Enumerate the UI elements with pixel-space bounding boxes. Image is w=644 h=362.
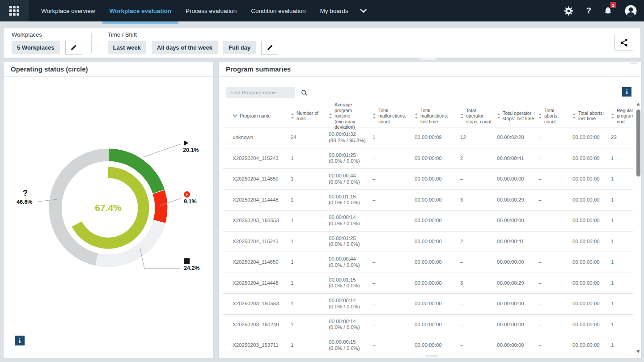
table-cell: 1 [291,315,329,335]
nav-item-workplace-overview[interactable]: Workplace overview [34,0,102,21]
nav-item-workplace-evaluation[interactable]: Workplace evaluation [102,0,179,21]
table-cell: 00.00:00:29 [497,273,538,294]
table-cell: – [460,210,497,231]
column-label: Total aborts: lost time [578,110,607,122]
scrollbar-thumb[interactable] [636,109,640,177]
table-cell: 1 [611,210,633,231]
account-button[interactable] [625,5,637,17]
nav-more-button[interactable] [356,9,371,13]
table-cell: 1 [291,273,329,294]
scroll-down-arrow[interactable] [636,350,640,353]
search-input[interactable] [226,90,301,95]
table-cell: 00.00:00:00 [415,315,460,335]
column-header-6[interactable]: Total operator stops: lost time [497,102,538,130]
table-cell: – [460,315,497,335]
table-cell: – [538,190,572,210]
table-cell: 00.00:00:00 [497,210,538,231]
sort-active-icon [233,114,237,118]
table-cell: – [538,210,572,231]
table-cell: 00.00:00:00 [572,335,611,355]
nav-item-process-evaluation[interactable]: Process evaluation [178,0,244,21]
gear-icon [564,6,574,16]
table-cell: 00.00:00:41 [497,232,538,252]
table-cell: X20250203_153711 [233,335,291,355]
table-cell: 00.00:01:25 (0.0% / 0.0%) [329,232,373,252]
table-row[interactable]: X20250204_114850100.00:00:44 (0.0% / 0.0… [223,169,633,190]
panel-resize-handle[interactable] [419,58,436,60]
table-row[interactable]: X20250204_115243100.00:01:25 (0.0% / 0.0… [223,148,633,169]
nav-item-my-boards[interactable]: My boards [313,0,356,21]
table-cell: 00.00:00:00 [572,210,611,231]
scroll-up-arrow[interactable] [636,103,640,105]
edit-workplaces-button[interactable] [65,41,82,55]
table-cell: 00.00:00:00 [415,169,460,189]
table-cell: unknown [233,127,291,148]
table-cell: 00.00:00:14 (0.0% / 0.0%) [329,210,373,231]
pencil-icon [70,44,77,51]
table-cell: – [373,210,415,231]
vertical-scrollbar[interactable] [636,103,640,353]
table-header-row: Program nameNumber of runsAverage progra… [223,102,633,127]
table-row[interactable]: X20250204_114850100.00:00:44 (0.0% / 0.0… [223,252,633,273]
sort-icon [373,113,376,119]
table-cell: 1 [611,252,633,273]
donut-segment-malfunction [153,190,168,223]
play-icon [183,140,189,146]
notifications-button[interactable]: 2 [603,6,613,16]
table-row[interactable]: X20250203_153711100.00:00:15 (0.0% / 0.0… [223,335,633,355]
table-cell: 1 [611,315,633,335]
table-row[interactable]: X20250203_160553100.00:00:14 (0.0% / 0.0… [223,294,633,315]
table-cell: – [373,315,415,335]
column-header-1[interactable]: Number of runs [291,102,329,130]
sort-icon [497,113,500,119]
table-cell: 00.00:00:44 (0.0% / 0.0%) [329,169,373,189]
column-header-8[interactable]: Total aborts: lost time [572,102,611,130]
column-label: Total operator stops: count [466,108,493,125]
table-cell: 1 [291,190,329,210]
sort-icon [460,113,464,119]
settings-button[interactable] [564,6,574,16]
table-row[interactable]: X20250203_160240100.00:00:14 (0.0% / 0.0… [223,315,633,336]
table-cell: 1 [291,210,329,231]
callout-malfunction: 9.1% [184,191,197,205]
column-header-9[interactable]: Regular program end [611,102,633,130]
nav-right-icons: ? 2 [564,5,644,17]
table-row[interactable]: X20250204_115243100.00:01:25 (0.0% / 0.0… [223,232,633,253]
column-label: Average program runtime (min./max. devia… [335,102,369,130]
sort-icon [611,113,614,119]
callout-value: 46.6% [17,199,32,205]
table-cell: 12 [460,127,497,148]
column-header-5[interactable]: Total operator stops: count [460,102,497,130]
horizontal-scrollbar-thumb[interactable] [425,355,438,357]
table-row[interactable]: X20250203_160553100.00:00:14 (0.0% / 0.0… [223,210,633,232]
info-button[interactable]: i [622,87,631,97]
column-header-3[interactable]: Total malfunctions: count [373,102,415,130]
panel-title: Program summaries [226,65,291,73]
app-grid-button[interactable] [0,0,29,21]
nav-item-condition-evaluation[interactable]: Condition evaluation [244,0,313,21]
panel-drag-handle[interactable] [631,63,637,64]
table-row[interactable]: X20250204_114448100.00:01:15 (0.0% / 0.0… [223,273,633,294]
share-button[interactable] [614,35,633,51]
help-button[interactable]: ? [586,6,591,16]
top-nav: Workplace overviewWorkplace evaluationPr… [0,0,644,21]
table-cell: X20250204_114448 [233,190,291,210]
time-chip-full-day: Full day [223,41,256,54]
table-cell: X20250204_115243 [233,232,291,252]
table-cell: 1 [611,294,633,314]
column-label: Number of runs [297,110,325,122]
column-header-2[interactable]: Average program runtime (min./max. devia… [329,102,373,130]
column-header-7[interactable]: Total aborts: count [538,102,572,130]
table-cell: – [538,273,572,294]
edit-time-shift-button[interactable] [261,41,278,55]
table-cell: 00.00:00:00 [572,127,611,148]
info-button[interactable]: i [15,336,25,345]
search-icon[interactable] [301,89,311,96]
column-header-4[interactable]: Total malfunctions: lost time [415,102,460,130]
table-cell: 00.00:00:14 (0.0% / 0.0%) [329,294,373,314]
table-cell: 1 [291,169,329,189]
table-row[interactable]: unknown2400.00:01:32 (88.2% / 95.8%)100.… [223,127,633,148]
operating-status-donut-chart[interactable]: 67.4% [4,77,213,343]
table-row[interactable]: X20250204_114448100.00:01:15 (0.0% / 0.0… [223,190,633,211]
column-header-0[interactable]: Program name [233,102,291,130]
